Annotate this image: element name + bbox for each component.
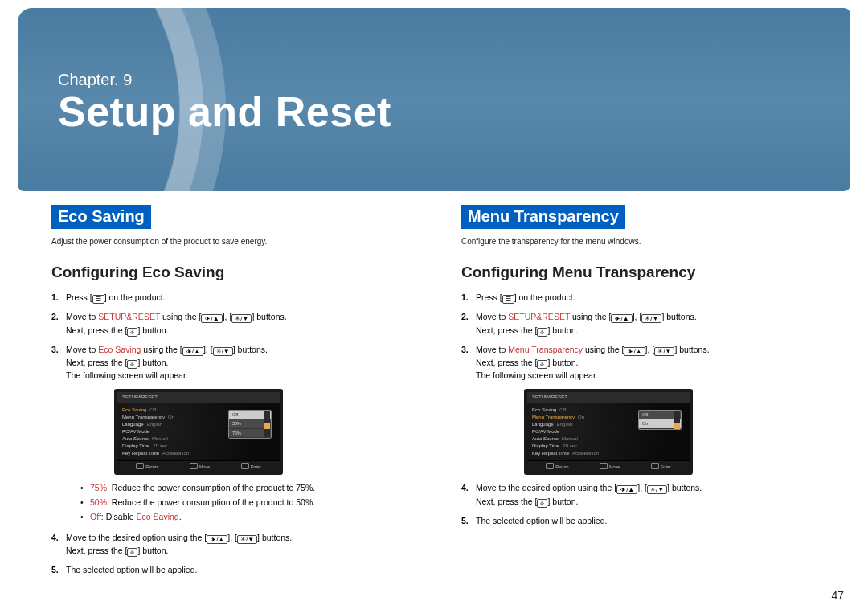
target-setupreset: SETUP&RESET (508, 312, 570, 321)
text: ], [ (203, 345, 213, 354)
subheading-menu: Configuring Menu Transparency (461, 264, 820, 281)
opt-txt: : Reduce the power consumption of the pr… (107, 497, 315, 507)
target-eco: Eco Saving (98, 345, 141, 354)
osd-footer-hint: Move (190, 463, 210, 471)
section-tag-eco: Eco Saving (51, 205, 151, 229)
osd-footer-hint: Return (136, 463, 159, 471)
osd-footer-hint: Enter (241, 463, 261, 471)
osd-footer-hint: Enter (651, 463, 671, 471)
page-number: 47 (831, 589, 844, 602)
osd-body: Eco SavingOffMenu TransparencyOnLanguage… (117, 403, 280, 460)
column-eco-saving: Eco Saving Adjust the power consumption … (51, 205, 410, 583)
menu-icon: ☰ (92, 295, 104, 304)
down-icon: ✳/▼ (213, 347, 233, 356)
step-4: Move to the desired option using the [🕩/… (51, 531, 410, 558)
text: ] button. (547, 358, 578, 367)
option-50: 50%: Reduce the power consumption of the… (80, 496, 410, 510)
opt-key: Off (90, 512, 101, 521)
chapter-label: Chapter. 9 (58, 71, 818, 89)
enter-icon: ⎆ (537, 360, 547, 369)
osd-footer-hint: Move (600, 463, 620, 471)
up-icon: 🕩/▲ (616, 485, 637, 494)
target-menu: Menu Transparency (508, 345, 583, 354)
opt-txt: : Disable (101, 512, 137, 521)
text: ] button. (547, 325, 578, 335)
osd-footer: ReturnMoveEnter (527, 460, 690, 472)
text: ], [ (645, 345, 655, 354)
chapter-header: Chapter. 9 Setup and Reset (18, 8, 850, 191)
step-3: Move to Eco Saving using the [🕩/▲], [✳/▼… (51, 343, 410, 525)
step-1: Press [☰] on the product. (51, 291, 410, 304)
osd-item: Display Time20 sec (532, 443, 685, 450)
up-icon: 🕩/▲ (207, 535, 227, 544)
section-desc-menu: Configure the transparency for the menu … (461, 237, 820, 246)
step-2: Move to SETUP&RESET using the [🕩/▲], [✳/… (461, 310, 820, 337)
steps-eco: Press [☰] on the product. Move to SETUP&… (51, 291, 410, 577)
text: ] buttons. (667, 483, 702, 492)
text: ] buttons. (661, 312, 696, 321)
osd-screenshot-menu: SETUP&RESETEco SavingOffMenu Transparenc… (524, 389, 693, 476)
text: ] buttons. (257, 533, 292, 542)
down-icon: ✳/▼ (641, 314, 661, 323)
text: using the [ (160, 312, 201, 321)
text: The following screen will appear. (476, 370, 598, 380)
text: ] buttons. (674, 345, 709, 354)
opt-key: 50% (90, 497, 107, 507)
text: using the [ (583, 345, 624, 354)
opt-dot: . (179, 512, 182, 521)
text: ] button. (547, 497, 578, 506)
enter-icon: ⎆ (537, 328, 547, 337)
text: ], [ (223, 312, 232, 321)
text: ] button. (137, 546, 168, 555)
text: Next, press the [ (66, 546, 127, 555)
osd-footer: ReturnMoveEnter (117, 460, 280, 472)
text: ] buttons. (252, 312, 286, 321)
text: Next, press the [ (476, 325, 537, 335)
subheading-eco: Configuring Eco Saving (51, 264, 410, 281)
text: The following screen will appear. (66, 370, 188, 380)
opt-key: 75% (90, 483, 107, 492)
up-icon: 🕩/▲ (611, 314, 632, 323)
text: ] button. (137, 325, 168, 335)
up-icon: 🕩/▲ (201, 314, 222, 323)
osd-header: SETUP&RESET (527, 392, 690, 403)
osd-item: Display Time20 sec (122, 443, 275, 450)
osd-item: Key Repeat TimeAcceleration (122, 450, 275, 457)
steps-menu: Press [☰] on the product. Move to SETUP&… (461, 291, 820, 527)
down-icon: ✳/▼ (654, 347, 674, 356)
text: ] button. (137, 358, 168, 367)
text: Next, press the [ (66, 325, 127, 335)
osd-item: Key Repeat TimeAcceleration (532, 450, 685, 457)
enter-icon: ⎆ (127, 360, 137, 369)
text: Move to (476, 345, 508, 354)
text: Move to the desired option using the [ (476, 483, 616, 492)
option-off: Off: Disable Eco Saving. (80, 510, 410, 525)
text: Move to (66, 345, 98, 354)
osd-popup: Off50%75% (228, 410, 272, 439)
text: Next, press the [ (66, 358, 127, 367)
column-menu-transparency: Menu Transparency Configure the transpar… (461, 205, 820, 583)
up-icon: 🕩/▲ (182, 347, 203, 356)
osd-screenshot-eco: SETUP&RESETEco SavingOffMenu Transparenc… (114, 389, 283, 476)
step-1: Press [☰] on the product. (461, 291, 820, 304)
osd-footer-hint: Return (546, 463, 569, 471)
text: Move to (66, 312, 98, 321)
text: ], [ (227, 533, 237, 542)
option-75: 75%: Reduce the power consumption of the… (80, 481, 410, 496)
menu-icon: ☰ (502, 295, 514, 304)
text: Press [ (476, 292, 502, 302)
text: Press [ (66, 292, 92, 302)
enter-icon: ⎆ (127, 328, 137, 337)
chapter-title: Setup and Reset (58, 88, 818, 136)
up-icon: 🕩/▲ (624, 347, 645, 356)
enter-icon: ⎆ (127, 548, 137, 557)
text: ] on the product. (104, 292, 166, 302)
osd-popup: OffOn (638, 410, 682, 430)
step-4: Move to the desired option using the [🕩/… (461, 481, 820, 508)
opt-txt: : Reduce the power consumption of the pr… (107, 483, 315, 492)
opt-target: Eco Saving (137, 512, 179, 521)
section-tag-menu: Menu Transparency (461, 205, 625, 229)
text: Move to (476, 312, 508, 321)
content-area: Eco Saving Adjust the power consumption … (51, 205, 820, 583)
osd-body: Eco SavingOffMenu TransparencyOnLanguage… (527, 403, 690, 460)
